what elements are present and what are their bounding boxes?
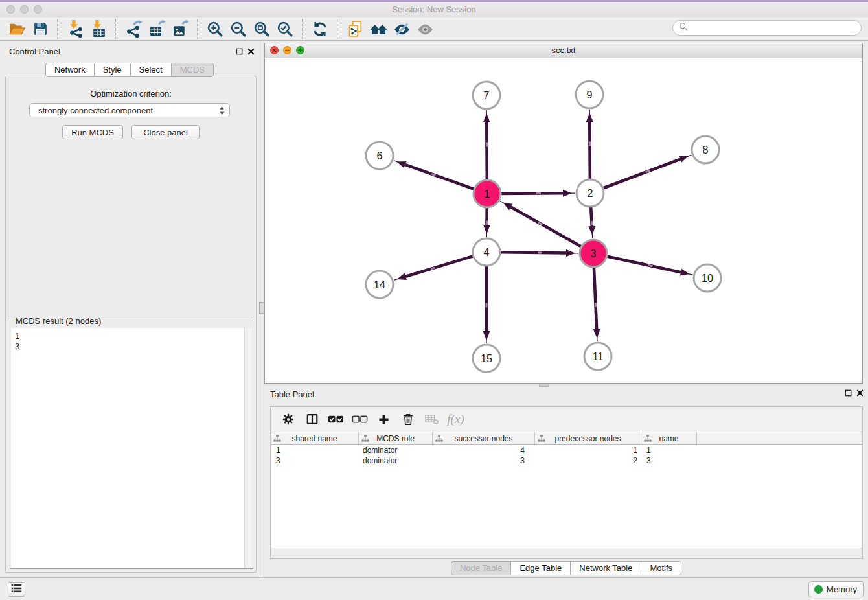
- zoom-out-icon[interactable]: [227, 19, 250, 40]
- export-image-icon[interactable]: [168, 19, 192, 40]
- table-cell[interactable]: dominator: [359, 446, 433, 455]
- select-all-icon[interactable]: [324, 410, 348, 429]
- float-table-panel-icon[interactable]: [843, 388, 852, 397]
- table-tabs: Node TableEdge TableNetwork TableMotifs: [264, 561, 868, 575]
- tab-network-table[interactable]: Network Table: [570, 561, 641, 575]
- task-history-button[interactable]: [8, 582, 25, 597]
- tab-node-table[interactable]: Node Table: [451, 561, 512, 575]
- search-input[interactable]: [691, 23, 861, 34]
- network-canvas[interactable]: 7968124314101511: [265, 58, 862, 383]
- graph-node-9[interactable]: 9: [576, 81, 603, 108]
- open-folder-icon[interactable]: [5, 19, 29, 40]
- hide-eye-icon[interactable]: [390, 19, 413, 40]
- graph-node-14[interactable]: 14: [366, 271, 393, 298]
- add-column-icon[interactable]: [372, 410, 396, 429]
- clone-network-icon[interactable]: [343, 19, 367, 40]
- search-field[interactable]: [672, 20, 862, 36]
- table-cell[interactable]: dominator: [359, 456, 433, 465]
- table-cell[interactable]: 2: [535, 456, 641, 465]
- graph-node-2[interactable]: 2: [577, 179, 604, 207]
- table-cell[interactable]: 3: [641, 456, 697, 465]
- graph-node-8[interactable]: 8: [692, 136, 719, 163]
- graph-node-label: 15: [481, 353, 492, 364]
- mcds-result-list[interactable]: 13: [11, 328, 252, 568]
- split-panel-icon[interactable]: [300, 410, 324, 429]
- graph-node-15[interactable]: 15: [473, 345, 500, 372]
- close-frame-button[interactable]: [270, 46, 279, 54]
- graph-edge-4-14[interactable]: [394, 256, 473, 280]
- houses-icon[interactable]: [367, 19, 390, 40]
- graph-edge-4-15[interactable]: [483, 266, 490, 343]
- zoom-in-icon[interactable]: [203, 19, 227, 40]
- vertical-splitter[interactable]: [259, 41, 264, 577]
- network-window-titlebar[interactable]: scc.txt: [265, 43, 862, 58]
- table-row[interactable]: 3dominator323: [271, 456, 862, 466]
- dropdown-stepper-icon: [219, 106, 229, 115]
- maximize-frame-button[interactable]: [296, 46, 304, 54]
- zoom-selected-icon[interactable]: [273, 19, 297, 40]
- graph-node-4[interactable]: 4: [473, 238, 500, 266]
- delete-column-icon[interactable]: [396, 410, 420, 429]
- tab-motifs[interactable]: Motifs: [641, 561, 681, 575]
- table-cell[interactable]: 1: [535, 446, 641, 455]
- minimize-frame-button[interactable]: [283, 46, 291, 54]
- vertical-splitter-handle[interactable]: [259, 302, 264, 314]
- tab-select[interactable]: Select: [130, 63, 172, 77]
- refresh-icon[interactable]: [308, 19, 332, 40]
- close-panel-button[interactable]: Close panel: [131, 125, 200, 139]
- graph-edge-2-8[interactable]: [604, 155, 692, 188]
- graph-node-label: 14: [374, 279, 385, 290]
- import-table-icon[interactable]: [87, 19, 110, 40]
- graph-node-7[interactable]: 7: [473, 82, 500, 109]
- graph-node-6[interactable]: 6: [366, 142, 393, 169]
- column-header-successor-nodes[interactable]: successor nodes: [433, 432, 535, 444]
- table-horizontal-scrollbar[interactable]: [271, 548, 862, 558]
- graph-edge-1-4[interactable]: [483, 208, 490, 237]
- result-scrollbar[interactable]: [244, 328, 252, 568]
- close-table-panel-icon[interactable]: [855, 388, 864, 397]
- graph-edge-3-11[interactable]: [593, 268, 600, 341]
- show-eye-icon[interactable]: [413, 19, 437, 40]
- table-cell[interactable]: 4: [433, 446, 535, 455]
- graph-edge-3-1[interactable]: [500, 201, 581, 246]
- run-mcds-button[interactable]: Run MCDS: [62, 125, 123, 139]
- graph-edge-3-10[interactable]: [608, 257, 693, 276]
- graph-node-3[interactable]: 3: [580, 240, 607, 267]
- table-row[interactable]: 1dominator411: [271, 445, 862, 456]
- tab-edge-table[interactable]: Edge Table: [510, 561, 571, 575]
- column-header-MCDS-role[interactable]: MCDS role: [359, 432, 433, 444]
- graph-node-11[interactable]: 11: [584, 343, 611, 370]
- result-item[interactable]: 1: [11, 328, 252, 341]
- graph-node-10[interactable]: 10: [694, 264, 721, 292]
- criterion-dropdown[interactable]: strongly connected component: [29, 103, 230, 117]
- graph-edge-1-2[interactable]: [501, 190, 575, 197]
- export-network-icon[interactable]: [122, 19, 145, 40]
- table-cell[interactable]: 1: [271, 446, 359, 455]
- graph-edge-1-6[interactable]: [394, 161, 474, 189]
- gear-icon[interactable]: [276, 410, 300, 429]
- deselect-all-icon[interactable]: [348, 410, 372, 429]
- result-item[interactable]: 3: [11, 341, 252, 352]
- tab-style[interactable]: Style: [94, 63, 131, 77]
- table-cell[interactable]: 1: [641, 446, 697, 455]
- tab-mcds[interactable]: MCDS: [171, 63, 214, 77]
- export-table-icon[interactable]: [145, 19, 168, 40]
- graph-edge-4-3[interactable]: [501, 249, 578, 257]
- graph-node-label: 8: [703, 144, 709, 156]
- graph-edge-2-3[interactable]: [588, 207, 595, 238]
- graph-node-1[interactable]: 1: [474, 180, 501, 207]
- column-header-shared-name[interactable]: shared name: [271, 432, 359, 444]
- memory-button[interactable]: Memory: [808, 581, 864, 597]
- tab-network[interactable]: Network: [45, 63, 95, 77]
- float-panel-icon[interactable]: [234, 47, 244, 56]
- import-network-icon[interactable]: [63, 19, 87, 40]
- graph-edge-2-9[interactable]: [586, 110, 593, 179]
- save-floppy-icon[interactable]: [29, 19, 52, 40]
- column-header-predecessor-nodes[interactable]: predecessor nodes: [535, 432, 641, 444]
- column-header-name[interactable]: name: [641, 432, 697, 444]
- table-cell[interactable]: 3: [271, 456, 359, 465]
- graph-edge-1-7[interactable]: [483, 110, 490, 179]
- table-cell[interactable]: 3: [433, 456, 535, 465]
- close-panel-icon[interactable]: [246, 47, 255, 56]
- zoom-fit-icon[interactable]: [250, 19, 273, 40]
